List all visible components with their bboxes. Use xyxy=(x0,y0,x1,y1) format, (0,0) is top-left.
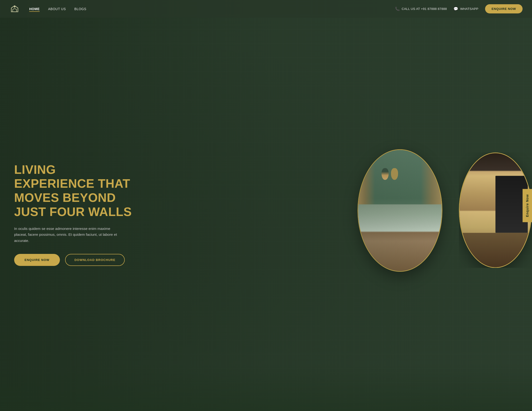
logo[interactable] xyxy=(10,4,20,14)
phone-icon: 📞 xyxy=(395,7,400,11)
greenery-overlay xyxy=(0,364,532,411)
navbar: HOME ABOUT US BLOGS 📞 CALL US AT +91 878… xyxy=(0,0,532,18)
navbar-right: 📞 CALL US AT +91 87888 87888 💬 WHATSAPP … xyxy=(395,4,522,13)
nav-item-home[interactable]: HOME xyxy=(29,7,40,11)
hero-title: LIVING EXPERIENCE THAT MOVES BEYOND JUST… xyxy=(14,163,137,219)
whatsapp-icon: 💬 xyxy=(454,7,458,11)
nav-enquire-button[interactable]: ENQUIRE NOW xyxy=(485,4,522,13)
whatsapp-label: WHATSAPP xyxy=(460,7,478,11)
svg-point-1 xyxy=(14,6,15,8)
nav-links: HOME ABOUT US BLOGS xyxy=(29,7,86,11)
hero-subtitle: In oculis quidem se esse admonere intere… xyxy=(14,226,118,244)
hero-text-block: LIVING EXPERIENCE THAT MOVES BEYOND JUST… xyxy=(14,163,137,266)
phone-label: CALL US AT +91 87888 87888 xyxy=(402,7,447,11)
nav-item-blogs[interactable]: BLOGS xyxy=(74,7,86,11)
navbar-left: HOME ABOUT US BLOGS xyxy=(10,4,86,14)
enquire-now-button[interactable]: ENQUIRE NOW xyxy=(14,254,60,266)
whatsapp-contact[interactable]: 💬 WHATSAPP xyxy=(454,7,478,11)
download-brochure-button[interactable]: DOWNLOAD BROCHURE xyxy=(65,254,125,266)
side-enquire-tab[interactable]: Enquire Now xyxy=(522,189,532,222)
nav-item-about[interactable]: ABOUT US xyxy=(48,7,66,11)
hero-section: HOME ABOUT US BLOGS 📞 CALL US AT +91 878… xyxy=(0,0,532,411)
phone-contact[interactable]: 📞 CALL US AT +91 87888 87888 xyxy=(395,7,447,11)
hero-buttons: ENQUIRE NOW DOWNLOAD BROCHURE xyxy=(14,254,137,266)
